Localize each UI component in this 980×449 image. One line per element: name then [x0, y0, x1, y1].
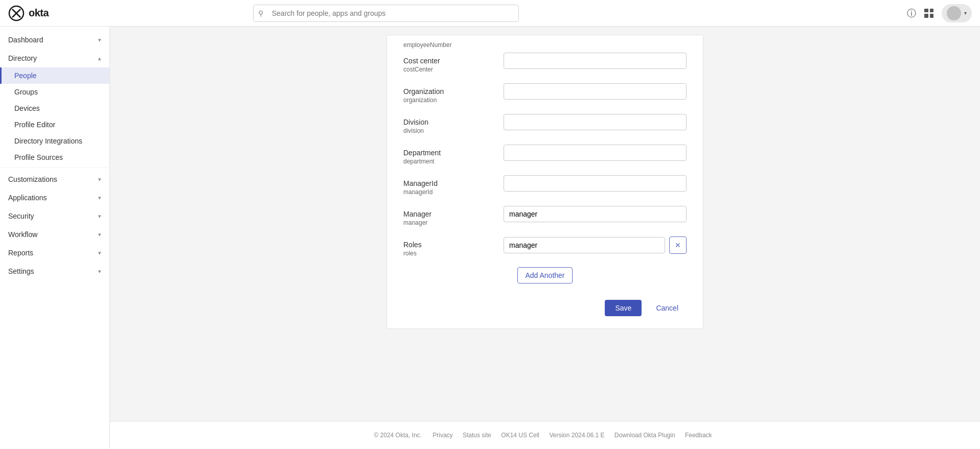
roles-label-sub: roles [403, 250, 495, 257]
chevron-down-icon: ▾ [98, 213, 101, 220]
top-navigation: okta ⚲ ⓘ ▾ [0, 0, 980, 27]
form-row-roles: Roles roles ✕ [403, 237, 687, 257]
chevron-down-icon: ▾ [98, 176, 101, 183]
cancel-button[interactable]: Cancel [648, 300, 687, 316]
main-content: employeeNumber Cost center costCenter [110, 27, 980, 449]
footer-version-link[interactable]: Version 2024.06.1 E [549, 432, 604, 439]
apps-grid-icon[interactable] [924, 9, 933, 18]
manager-input-wrap [504, 206, 687, 222]
department-input-wrap [504, 145, 687, 161]
sidebar-item-directory-integrations[interactable]: Directory Integrations [0, 133, 109, 149]
organization-input[interactable] [504, 83, 687, 100]
add-another-button[interactable]: Add Another [517, 267, 572, 283]
cost-center-label-sub: costCenter [403, 66, 495, 73]
sidebar-item-profile-sources-label: Profile Sources [14, 153, 63, 161]
chevron-down-icon: ▾ [964, 10, 967, 16]
roles-input-wrap: ✕ [504, 237, 687, 254]
chevron-down-icon: ▾ [98, 195, 101, 201]
cost-center-input[interactable] [504, 53, 687, 69]
division-input[interactable] [504, 114, 687, 130]
footer-copyright: © 2024 Okta, Inc. [374, 432, 422, 439]
sidebar-item-reports-label: Reports [8, 249, 33, 257]
footer-cell-link[interactable]: OK14 US Cell [501, 432, 539, 439]
cost-center-label-main: Cost center [403, 57, 495, 65]
avatar [947, 6, 961, 20]
chevron-down-icon: ▾ [98, 231, 101, 238]
department-label: Department department [403, 145, 495, 165]
sidebar-item-groups[interactable]: Groups [0, 84, 109, 100]
organization-label: Organization organization [403, 83, 495, 104]
footer-feedback-link[interactable]: Feedback [685, 432, 712, 439]
sidebar-item-settings[interactable]: Settings ▾ [0, 262, 109, 280]
save-button[interactable]: Save [605, 300, 642, 316]
sidebar-item-profile-editor-label: Profile Editor [14, 121, 55, 129]
okta-wordmark: okta [29, 7, 49, 19]
footer: © 2024 Okta, Inc. Privacy Status site OK… [110, 421, 980, 449]
division-label-sub: division [403, 127, 495, 134]
department-input[interactable] [504, 145, 687, 161]
help-icon[interactable]: ⓘ [907, 7, 916, 19]
form-card-inner: Cost center costCenter Organization orga… [387, 53, 703, 328]
okta-logo: okta [8, 5, 49, 21]
form-row-manager: Manager manager [403, 206, 687, 226]
roles-clear-button[interactable]: ✕ [669, 237, 687, 254]
manager-label-main: Manager [403, 210, 495, 218]
sidebar-item-customizations-label: Customizations [8, 175, 57, 183]
search-bar: ⚲ [253, 5, 519, 22]
organization-label-sub: organization [403, 97, 495, 104]
manager-id-label-sub: managerId [403, 188, 495, 196]
sidebar-item-people-label: People [14, 72, 37, 80]
sidebar-item-groups-label: Groups [14, 88, 38, 96]
sidebar-item-customizations[interactable]: Customizations ▾ [0, 170, 109, 188]
sidebar-item-applications-label: Applications [8, 194, 47, 202]
chevron-down-icon: ▾ [98, 37, 101, 43]
form-row-organization: Organization organization [403, 83, 687, 104]
footer-status-link[interactable]: Status site [463, 432, 491, 439]
sidebar-item-devices-label: Devices [14, 104, 40, 112]
sidebar-item-workflow[interactable]: Workflow ▾ [0, 225, 109, 244]
search-input[interactable] [253, 5, 519, 22]
roles-input[interactable] [504, 237, 665, 253]
sidebar-item-reports[interactable]: Reports ▾ [0, 244, 109, 262]
form-card: employeeNumber Cost center costCenter [386, 35, 703, 329]
search-icon: ⚲ [258, 9, 263, 17]
footer-privacy-link[interactable]: Privacy [432, 432, 452, 439]
form-actions: Save Cancel [403, 296, 687, 316]
roles-label-main: Roles [403, 241, 495, 249]
sidebar-item-directory[interactable]: Directory ▴ [0, 49, 109, 67]
roles-label: Roles roles [403, 237, 495, 257]
sidebar-item-security-label: Security [8, 212, 34, 220]
form-row-manager-id: ManagerId managerId [403, 175, 687, 196]
sidebar-item-directory-integrations-label: Directory Integrations [14, 137, 82, 145]
chevron-up-icon: ▴ [98, 55, 101, 62]
department-label-sub: department [403, 158, 495, 165]
organization-label-main: Organization [403, 87, 495, 96]
form-row-cost-center: Cost center costCenter [403, 53, 687, 73]
sidebar-item-applications[interactable]: Applications ▾ [0, 188, 109, 207]
sidebar: Dashboard ▾ Directory ▴ People Groups De… [0, 27, 110, 449]
sidebar-item-directory-label: Directory [8, 54, 37, 62]
sidebar-item-profile-editor[interactable]: Profile Editor [0, 116, 109, 133]
chevron-down-icon: ▾ [98, 268, 101, 275]
department-label-main: Department [403, 149, 495, 157]
sidebar-item-people[interactable]: People [0, 67, 109, 84]
sidebar-item-devices[interactable]: Devices [0, 100, 109, 116]
cost-center-label: Cost center costCenter [403, 53, 495, 73]
form-row-department: Department department [403, 145, 687, 165]
sidebar-item-security[interactable]: Security ▾ [0, 207, 109, 225]
user-avatar-menu[interactable]: ▾ [942, 4, 972, 22]
manager-id-input[interactable] [504, 175, 687, 192]
sidebar-item-settings-label: Settings [8, 267, 34, 275]
form-row-division: Division division [403, 114, 687, 134]
sidebar-item-dashboard[interactable]: Dashboard ▾ [0, 31, 109, 49]
manager-id-input-wrap [504, 175, 687, 192]
organization-input-wrap [504, 83, 687, 100]
division-label-main: Division [403, 118, 495, 126]
manager-label-sub: manager [403, 219, 495, 226]
manager-id-label-main: ManagerId [403, 179, 495, 187]
employee-number-hint: employeeNumber [387, 35, 703, 53]
sidebar-item-profile-sources[interactable]: Profile Sources [0, 149, 109, 166]
footer-plugin-link[interactable]: Download Okta Plugin [614, 432, 675, 439]
manager-input[interactable] [504, 206, 687, 222]
nav-right: ⓘ ▾ [907, 4, 972, 22]
